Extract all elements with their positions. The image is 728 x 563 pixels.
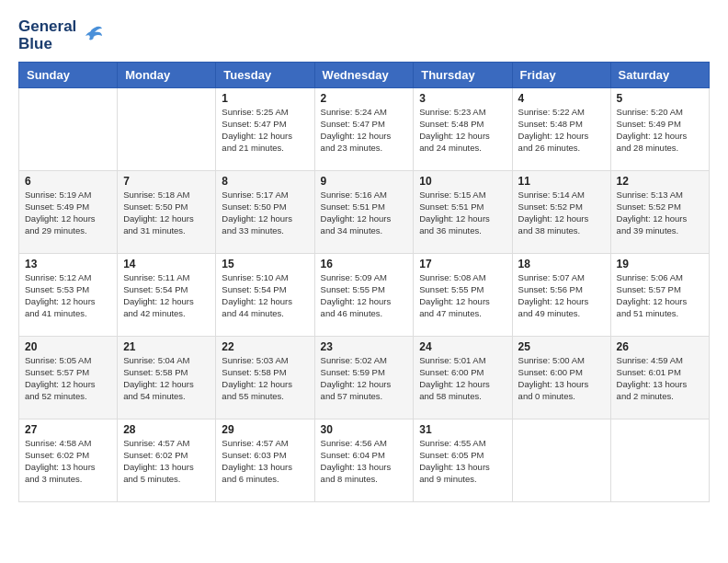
day-number: 14 [123, 258, 210, 270]
day-info: Sunrise: 5:13 AMSunset: 5:52 PMDaylight:… [617, 190, 703, 236]
logo: General Blue [18, 18, 104, 52]
day-info: Sunrise: 5:22 AMSunset: 5:48 PMDaylight:… [518, 107, 605, 154]
day-number: 10 [419, 175, 506, 188]
day-info: Sunrise: 5:08 AMSunset: 5:55 PMDaylight:… [419, 272, 506, 319]
day-cell: 14Sunrise: 5:11 AMSunset: 5:54 PMDayligh… [118, 254, 216, 337]
day-cell: 29Sunrise: 4:57 AMSunset: 6:03 PMDayligh… [216, 419, 314, 502]
day-number: 21 [123, 340, 210, 353]
page-header: General Blue [18, 18, 710, 52]
day-info: Sunrise: 5:15 AMSunset: 5:51 PMDaylight:… [419, 190, 506, 236]
day-number: 12 [617, 175, 703, 188]
day-info: Sunrise: 4:57 AMSunset: 6:03 PMDaylight:… [222, 438, 308, 485]
day-info: Sunrise: 5:12 AMSunset: 5:53 PMDaylight:… [25, 272, 111, 319]
day-info: Sunrise: 5:02 AMSunset: 5:59 PMDaylight:… [321, 355, 408, 402]
day-cell: 5Sunrise: 5:20 AMSunset: 5:49 PMDaylight… [610, 88, 709, 171]
day-cell: 2Sunrise: 5:24 AMSunset: 5:47 PMDaylight… [314, 88, 414, 171]
day-number: 16 [321, 258, 408, 270]
day-number: 24 [419, 340, 506, 353]
day-cell: 21Sunrise: 5:04 AMSunset: 5:58 PMDayligh… [118, 337, 216, 419]
header-row: SundayMondayTuesdayWednesdayThursdayFrid… [19, 63, 710, 88]
column-header-saturday: Saturday [610, 63, 709, 88]
day-number: 5 [617, 92, 703, 105]
logo-bird-icon [78, 23, 104, 49]
week-row-4: 20Sunrise: 5:05 AMSunset: 5:57 PMDayligh… [19, 337, 710, 419]
day-number: 25 [518, 340, 605, 353]
day-info: Sunrise: 5:18 AMSunset: 5:50 PMDaylight:… [123, 190, 210, 236]
day-info: Sunrise: 5:04 AMSunset: 5:58 PMDaylight:… [123, 355, 210, 402]
day-number: 26 [617, 340, 703, 353]
week-row-2: 6Sunrise: 5:19 AMSunset: 5:49 PMDaylight… [19, 171, 710, 254]
day-cell: 23Sunrise: 5:02 AMSunset: 5:59 PMDayligh… [314, 337, 414, 419]
column-header-monday: Monday [118, 63, 216, 88]
day-cell: 24Sunrise: 5:01 AMSunset: 6:00 PMDayligh… [414, 337, 512, 419]
day-number: 11 [518, 175, 605, 188]
day-number: 22 [222, 340, 308, 353]
day-info: Sunrise: 5:05 AMSunset: 5:57 PMDaylight:… [25, 355, 111, 402]
day-number: 6 [25, 175, 111, 188]
day-number: 2 [321, 92, 408, 105]
day-number: 4 [518, 92, 605, 105]
logo-line1: General [18, 18, 76, 36]
day-cell: 7Sunrise: 5:18 AMSunset: 5:50 PMDaylight… [118, 171, 216, 254]
day-number: 28 [123, 423, 210, 436]
day-number: 17 [419, 258, 506, 270]
day-number: 29 [222, 423, 308, 436]
day-number: 23 [321, 340, 408, 353]
day-cell: 6Sunrise: 5:19 AMSunset: 5:49 PMDaylight… [19, 171, 118, 254]
day-cell: 10Sunrise: 5:15 AMSunset: 5:51 PMDayligh… [414, 171, 512, 254]
week-row-3: 13Sunrise: 5:12 AMSunset: 5:53 PMDayligh… [19, 254, 710, 337]
day-cell: 1Sunrise: 5:25 AMSunset: 5:47 PMDaylight… [216, 88, 314, 171]
day-number: 27 [25, 423, 111, 436]
day-cell: 30Sunrise: 4:56 AMSunset: 6:04 PMDayligh… [314, 419, 414, 502]
day-cell: 25Sunrise: 5:00 AMSunset: 6:00 PMDayligh… [512, 337, 610, 419]
day-info: Sunrise: 4:55 AMSunset: 6:05 PMDaylight:… [419, 438, 506, 485]
day-number: 1 [222, 92, 308, 105]
day-number: 15 [222, 258, 308, 270]
day-info: Sunrise: 4:56 AMSunset: 6:04 PMDaylight:… [321, 438, 408, 485]
day-info: Sunrise: 4:59 AMSunset: 6:01 PMDaylight:… [617, 355, 703, 402]
day-cell: 22Sunrise: 5:03 AMSunset: 5:58 PMDayligh… [216, 337, 314, 419]
day-cell: 19Sunrise: 5:06 AMSunset: 5:57 PMDayligh… [610, 254, 709, 337]
day-number: 30 [321, 423, 408, 436]
day-cell: 16Sunrise: 5:09 AMSunset: 5:55 PMDayligh… [314, 254, 414, 337]
day-cell: 11Sunrise: 5:14 AMSunset: 5:52 PMDayligh… [512, 171, 610, 254]
column-header-tuesday: Tuesday [216, 63, 314, 88]
day-info: Sunrise: 5:00 AMSunset: 6:00 PMDaylight:… [518, 355, 605, 402]
column-header-friday: Friday [512, 63, 610, 88]
day-info: Sunrise: 5:16 AMSunset: 5:51 PMDaylight:… [321, 190, 408, 236]
day-cell: 8Sunrise: 5:17 AMSunset: 5:50 PMDaylight… [216, 171, 314, 254]
day-info: Sunrise: 5:25 AMSunset: 5:47 PMDaylight:… [222, 107, 308, 154]
day-number: 13 [25, 258, 111, 270]
day-number: 31 [419, 423, 506, 436]
day-cell: 28Sunrise: 4:57 AMSunset: 6:02 PMDayligh… [118, 419, 216, 502]
day-info: Sunrise: 5:19 AMSunset: 5:49 PMDaylight:… [25, 190, 111, 236]
day-info: Sunrise: 5:24 AMSunset: 5:47 PMDaylight:… [321, 107, 408, 154]
day-cell [118, 88, 216, 171]
day-info: Sunrise: 4:57 AMSunset: 6:02 PMDaylight:… [123, 438, 210, 485]
day-cell: 4Sunrise: 5:22 AMSunset: 5:48 PMDaylight… [512, 88, 610, 171]
day-info: Sunrise: 5:01 AMSunset: 6:00 PMDaylight:… [419, 355, 506, 402]
day-cell [610, 419, 709, 502]
day-cell: 3Sunrise: 5:23 AMSunset: 5:48 PMDaylight… [414, 88, 512, 171]
day-number: 7 [123, 175, 210, 188]
day-info: Sunrise: 5:23 AMSunset: 5:48 PMDaylight:… [419, 107, 506, 154]
day-cell: 31Sunrise: 4:55 AMSunset: 6:05 PMDayligh… [414, 419, 512, 502]
day-number: 20 [25, 340, 111, 353]
day-info: Sunrise: 5:11 AMSunset: 5:54 PMDaylight:… [123, 272, 210, 319]
day-cell: 9Sunrise: 5:16 AMSunset: 5:51 PMDaylight… [314, 171, 414, 254]
day-number: 9 [321, 175, 408, 188]
week-row-1: 1Sunrise: 5:25 AMSunset: 5:47 PMDaylight… [19, 88, 710, 171]
day-cell: 20Sunrise: 5:05 AMSunset: 5:57 PMDayligh… [19, 337, 118, 419]
day-info: Sunrise: 5:06 AMSunset: 5:57 PMDaylight:… [617, 272, 703, 319]
day-number: 3 [419, 92, 506, 105]
day-info: Sunrise: 5:09 AMSunset: 5:55 PMDaylight:… [321, 272, 408, 319]
day-cell [512, 419, 610, 502]
day-cell [19, 88, 118, 171]
day-cell: 27Sunrise: 4:58 AMSunset: 6:02 PMDayligh… [19, 419, 118, 502]
day-info: Sunrise: 5:07 AMSunset: 5:56 PMDaylight:… [518, 272, 605, 319]
day-info: Sunrise: 5:14 AMSunset: 5:52 PMDaylight:… [518, 190, 605, 236]
column-header-thursday: Thursday [414, 63, 512, 88]
day-cell: 18Sunrise: 5:07 AMSunset: 5:56 PMDayligh… [512, 254, 610, 337]
column-header-wednesday: Wednesday [314, 63, 414, 88]
week-row-5: 27Sunrise: 4:58 AMSunset: 6:02 PMDayligh… [19, 419, 710, 502]
